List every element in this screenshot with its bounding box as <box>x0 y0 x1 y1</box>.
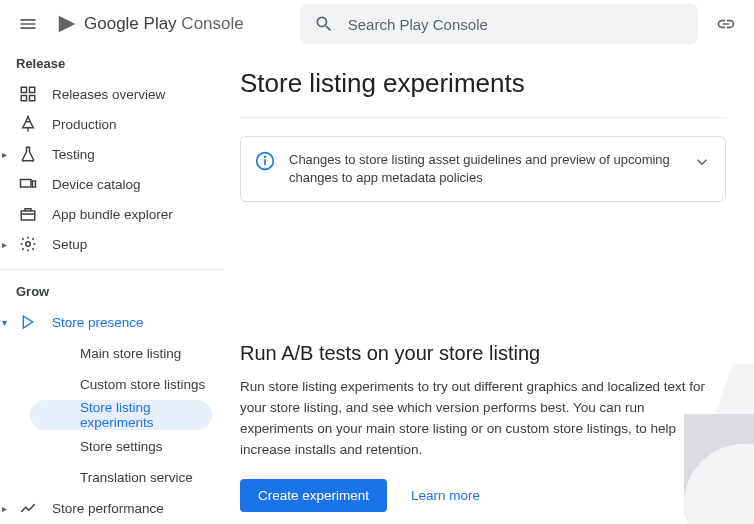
flask-icon <box>18 144 38 164</box>
notice-text: Changes to store listing asset guideline… <box>289 151 679 187</box>
play-icon <box>18 312 38 332</box>
search-bar[interactable] <box>300 4 698 44</box>
svg-rect-6 <box>21 211 35 220</box>
menu-icon <box>18 14 38 34</box>
svg-rect-5 <box>33 181 36 187</box>
search-input[interactable] <box>348 16 684 33</box>
sub-store-listing-experiments[interactable]: Store listing experiments <box>30 400 212 430</box>
link-button[interactable] <box>706 4 746 44</box>
svg-rect-4 <box>21 180 32 188</box>
logo-text: Google Play Console <box>84 14 244 34</box>
bundle-icon <box>18 204 38 224</box>
caret-right-icon: ▸ <box>2 239 7 250</box>
info-icon <box>255 151 275 174</box>
rocket-icon <box>18 114 38 134</box>
svg-point-7 <box>26 242 31 247</box>
play-logo-icon <box>56 13 78 35</box>
devices-icon <box>18 174 38 194</box>
nav-store-performance[interactable]: ▸ Store performance <box>0 493 224 523</box>
notice-banner[interactable]: Changes to store listing asset guideline… <box>240 136 726 202</box>
caret-right-icon: ▸ <box>2 503 7 514</box>
main-content: Store listing experiments Changes to sto… <box>224 48 754 524</box>
nav-device-catalog[interactable]: Device catalog <box>0 169 224 199</box>
svg-rect-0 <box>21 87 26 92</box>
section-grow: Grow <box>0 280 224 307</box>
sub-main-store-listing[interactable]: Main store listing <box>30 338 212 368</box>
learn-more-link[interactable]: Learn more <box>411 488 480 503</box>
nav-setup[interactable]: ▸ Setup <box>0 229 224 259</box>
nav-store-presence[interactable]: ▾ Store presence <box>0 307 224 337</box>
hamburger-menu[interactable] <box>8 4 48 44</box>
gear-icon <box>18 234 38 254</box>
svg-rect-3 <box>30 96 35 101</box>
section-release: Release <box>0 52 224 79</box>
link-icon <box>716 14 736 34</box>
nav-releases-overview[interactable]: Releases overview <box>0 79 224 109</box>
nav-app-bundle[interactable]: App bundle explorer <box>0 199 224 229</box>
logo[interactable]: Google Play Console <box>56 13 244 35</box>
svg-rect-2 <box>21 96 26 101</box>
caret-right-icon: ▸ <box>2 149 7 160</box>
sub-custom-store-listings[interactable]: Custom store listings <box>30 369 212 399</box>
divider <box>240 117 726 118</box>
caret-down-icon: ▾ <box>2 317 7 328</box>
create-experiment-button[interactable]: Create experiment <box>240 479 387 512</box>
page-title: Store listing experiments <box>240 68 726 99</box>
sub-translation-service[interactable]: Translation service <box>30 462 212 492</box>
nav-testing[interactable]: ▸ Testing <box>0 139 224 169</box>
svg-point-10 <box>265 156 266 157</box>
sub-store-settings[interactable]: Store settings <box>30 431 212 461</box>
sidebar: Release Releases overview Production ▸ T… <box>0 48 224 524</box>
nav-production[interactable]: Production <box>0 109 224 139</box>
chart-icon <box>18 498 38 518</box>
search-icon <box>314 14 334 34</box>
chevron-down-icon <box>693 153 711 174</box>
dashboard-icon <box>18 84 38 104</box>
ab-desc: Run store listing experiments to try out… <box>240 377 710 461</box>
svg-rect-1 <box>30 87 35 92</box>
divider <box>0 269 224 270</box>
ab-title: Run A/B tests on your store listing <box>240 342 710 365</box>
